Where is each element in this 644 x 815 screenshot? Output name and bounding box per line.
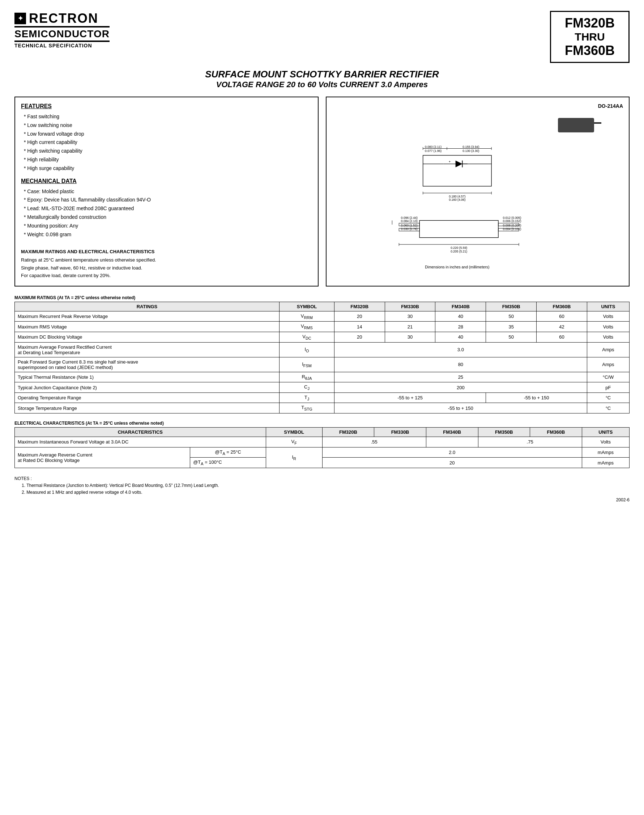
cell-empty — [426, 437, 478, 447]
cell-value: 42 — [537, 322, 587, 332]
svg-marker-18 — [455, 161, 462, 167]
col-fm340b: FM340B — [426, 428, 478, 437]
cell-char: Maximum Instantaneous Forward Voltage at… — [15, 437, 266, 447]
cell-value: 30 — [385, 332, 435, 342]
cell-condition: @TA = 25°C — [190, 447, 266, 457]
part-number-1: FM320B — [562, 15, 618, 31]
electrical-section: ELECTRICAL CHARACTERISTICS (At TA = 25°C… — [14, 421, 630, 468]
notes-section: NOTES : 1. Thermal Resistance (Junction … — [14, 475, 630, 496]
component-svg — [558, 112, 601, 138]
cell-units: mAmps — [582, 457, 629, 468]
cell-symbol: VRMS — [279, 322, 334, 332]
cell-value: 20 — [334, 311, 385, 322]
col-fm350b: FM350B — [478, 428, 530, 437]
max-ratings-section: MAXIMUM RATINGS (At TA = 25°C unless oth… — [14, 295, 630, 413]
col-fm350b: FM350B — [486, 302, 537, 311]
table-row: Maximum Average Forward Rectified Curren… — [15, 342, 630, 357]
col-fm330b: FM330B — [385, 302, 435, 311]
mechanical-title: MECHANICAL DATA — [21, 178, 312, 184]
logo-top: ✦ RECTRON — [14, 11, 110, 26]
cell-value: .75 — [478, 437, 582, 447]
table-row: Typical Junction Capacitance (Note 2) CJ… — [15, 382, 630, 393]
list-item: Weight: 0.098 gram — [24, 230, 312, 239]
ratings-condition-1: Ratings at 25°C ambient temperature unle… — [21, 256, 312, 264]
svg-text:+: + — [448, 160, 451, 164]
features-list: Fast switching Low switching noise Low f… — [24, 112, 312, 173]
logo-technical: TECHNICAL SPECIFICATION — [14, 43, 110, 49]
cell-value: 40 — [435, 311, 486, 322]
cell-value: 50 — [486, 332, 537, 342]
col-fm340b: FM340B — [435, 302, 486, 311]
part-number-thru: THRU — [575, 31, 604, 43]
svg-text:0.160 (4.06): 0.160 (4.06) — [449, 198, 465, 201]
logo-area: ✦ RECTRON SEMICONDUCTOR TECHNICAL SPECIF… — [14, 11, 110, 49]
page-header: ✦ RECTRON SEMICONDUCTOR TECHNICAL SPECIF… — [14, 11, 630, 63]
cell-symbol: VF — [266, 437, 322, 447]
note-2: 2. Measured at 1 MHz and applied reverse… — [14, 489, 630, 496]
max-ratings-note: MAXIMUM RATINGS AND ELECTRICAL CHARACTER… — [21, 249, 312, 254]
cell-units: Volts — [587, 311, 629, 322]
cell-rating: Maximum Average Forward Rectified Curren… — [15, 342, 279, 357]
ratings-condition-2: Single phase, half wave, 60 Hz, resistiv… — [21, 264, 312, 272]
cell-span-value: 80 — [334, 357, 587, 372]
max-ratings-note-section: MAXIMUM RATINGS AND ELECTRICAL CHARACTER… — [21, 249, 312, 279]
cell-value: 60 — [537, 332, 587, 342]
cell-value: 20 — [322, 457, 582, 468]
table-row: Maximum DC Blocking Voltage VDC 20 30 40… — [15, 332, 630, 342]
cell-value: 50 — [486, 311, 537, 322]
part-number-box: FM320B THRU FM360B — [550, 11, 630, 63]
features-title: FEATURES — [21, 103, 312, 110]
svg-text:0.084 (2.13): 0.084 (2.13) — [401, 219, 417, 223]
table-row: Maximum Instantaneous Forward Voltage at… — [15, 437, 630, 447]
cell-units: °C — [587, 393, 629, 403]
right-column: DO-214AA 0.083 (2.11) 0.077 (1.96) 0.155… — [326, 97, 630, 287]
cell-rating: Storage Temperature Range — [15, 403, 279, 413]
col-fm320b: FM320B — [334, 302, 385, 311]
cell-units: Amps — [587, 357, 629, 372]
cell-units: Volts — [587, 332, 629, 342]
cell-span-value: 200 — [334, 382, 587, 393]
svg-text:0.220 (5.59): 0.220 (5.59) — [451, 246, 467, 250]
svg-rect-2 — [423, 155, 491, 186]
logo-semiconductor: SEMICONDUCTOR — [14, 26, 110, 42]
notes-prefix: NOTES : — [14, 475, 630, 482]
svg-text:0.083 (2.11): 0.083 (2.11) — [425, 145, 442, 149]
list-item: Metallurgically bonded construction — [24, 213, 312, 222]
cell-span-value: 3.0 — [334, 342, 587, 357]
max-ratings-table-note: MAXIMUM RATINGS (At TA = 25°C unless oth… — [14, 295, 630, 300]
svg-text:0.205 (5.21): 0.205 (5.21) — [451, 250, 467, 253]
cell-value: 2.0 — [322, 447, 582, 457]
list-item: Mounting position: Any — [24, 222, 312, 230]
cell-span-value: -55 to + 125 — [334, 393, 486, 403]
cell-span-value: 25 — [334, 372, 587, 382]
cell-units: Volts — [587, 322, 629, 332]
electrical-characteristics-table: CHARACTERISTICS SYMBOL FM320B FM330B FM3… — [14, 427, 630, 468]
list-item: Low forward voltage drop — [24, 130, 312, 138]
svg-text:0.008 (0.203): 0.008 (0.203) — [503, 224, 521, 227]
cell-units: Amps — [587, 342, 629, 357]
table-row: Peak Forward Surge Current 8.3 ms single… — [15, 357, 630, 372]
svg-text:Dimensions in inches and (mill: Dimensions in inches and (millimeters) — [425, 265, 489, 269]
cell-symbol: VDC — [279, 332, 334, 342]
left-column: FEATURES Fast switching Low switching no… — [14, 97, 319, 287]
svg-text:0.006 (0.152): 0.006 (0.152) — [503, 219, 521, 223]
svg-rect-0 — [558, 118, 594, 132]
title-main: SURFACE MOUNT SCHOTTKY BARRIER RECTIFIER — [14, 69, 630, 80]
cell-char: Maximum Average Reverse Currentat Rated … — [15, 447, 190, 468]
max-ratings-table: RATINGS SYMBOL FM320B FM330B FM340B FM35… — [14, 302, 630, 413]
svg-text:0.004 (0.102): 0.004 (0.102) — [503, 227, 521, 231]
svg-text:0.096 (2.44): 0.096 (2.44) — [401, 216, 417, 219]
col-fm330b: FM330B — [374, 428, 426, 437]
logo-icon: ✦ — [14, 13, 26, 24]
col-units: UNITS — [587, 302, 629, 311]
title-sub: VOLTAGE RANGE 20 to 60 Volts CURRENT 3.0… — [14, 80, 630, 89]
cell-symbol: TJ — [279, 393, 334, 403]
cell-rating: Maximum RMS Voltage — [15, 322, 279, 332]
cell-units: Volts — [582, 437, 629, 447]
cell-units: mAmps — [582, 447, 629, 457]
year-reference: 2002-6 — [14, 497, 630, 502]
cell-span-value: -55 to + 150 — [486, 393, 587, 403]
cell-symbol: IFSM — [279, 357, 334, 372]
list-item: Lead: MIL-STD-202E method 208C guarantee… — [24, 204, 312, 213]
list-item: Fast switching — [24, 112, 312, 121]
